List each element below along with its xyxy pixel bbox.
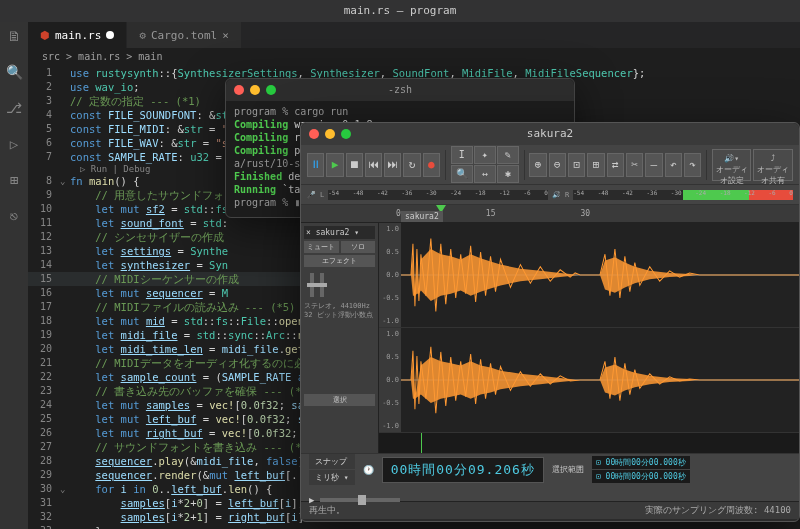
fold-gutter[interactable] bbox=[60, 66, 70, 80]
remote-icon[interactable]: ⎋ bbox=[5, 208, 23, 226]
tab-main-rs[interactable]: ⬢ main.rs bbox=[28, 22, 127, 48]
close-traffic-icon[interactable] bbox=[309, 129, 319, 139]
zoom-in-button[interactable]: ⊕ bbox=[529, 153, 546, 177]
play-speed-slider[interactable] bbox=[320, 498, 400, 502]
fold-gutter[interactable] bbox=[60, 150, 70, 164]
fold-gutter[interactable] bbox=[60, 216, 70, 230]
selection-start-display[interactable]: ⊡ 00時間00分00.000秒 bbox=[592, 456, 690, 469]
pan-slider[interactable] bbox=[320, 273, 324, 297]
code-content[interactable]: sequencer.render(&mut left_buf[..], &m bbox=[70, 468, 336, 482]
trim-button[interactable]: ✂ bbox=[626, 153, 643, 177]
skip-start-button[interactable]: ⏮ bbox=[365, 153, 382, 177]
code-content[interactable]: let mut right_buf = vec![0.0f32; sam bbox=[70, 426, 323, 440]
breadcrumb[interactable]: src > main.rs > main bbox=[0, 48, 800, 66]
code-content[interactable]: let synthesizer = Syn bbox=[70, 258, 228, 272]
pause-button[interactable]: ⏸ bbox=[307, 153, 324, 177]
gain-slider[interactable] bbox=[310, 273, 314, 297]
code-content[interactable]: } bbox=[70, 524, 102, 529]
fold-gutter[interactable] bbox=[60, 286, 70, 300]
record-button[interactable]: ● bbox=[423, 153, 440, 177]
code-content[interactable]: // シンセサイザーの作成 bbox=[70, 230, 224, 244]
fold-gutter[interactable] bbox=[60, 80, 70, 94]
code-content[interactable]: let mut samples = vec![0.0f32; samp bbox=[70, 398, 317, 412]
fold-gutter[interactable] bbox=[60, 314, 70, 328]
fold-gutter[interactable] bbox=[60, 412, 70, 426]
play-button[interactable]: ▶ bbox=[326, 153, 343, 177]
zoom-traffic-icon[interactable] bbox=[341, 129, 351, 139]
minimize-traffic-icon[interactable] bbox=[325, 129, 335, 139]
source-control-icon[interactable]: ⎇ bbox=[5, 100, 23, 118]
fold-gutter[interactable] bbox=[60, 426, 70, 440]
code-content[interactable]: // MIDIシーケンサーの作成 bbox=[70, 272, 239, 286]
minimize-traffic-icon[interactable] bbox=[250, 85, 260, 95]
audacity-window[interactable]: sakura2 ⏸ ▶ ⏹ ⏮ ⏭ ↻ ● I ✦ ✎ 🔍 ↔ ✱ ⊕ ⊖ ⊡ … bbox=[300, 122, 800, 522]
fold-gutter[interactable] bbox=[60, 202, 70, 216]
terminal-titlebar[interactable]: -zsh bbox=[226, 79, 574, 101]
fold-gutter[interactable] bbox=[60, 136, 70, 150]
code-content[interactable]: // 定数の指定 --- (*1) bbox=[70, 94, 201, 108]
fold-gutter[interactable] bbox=[60, 510, 70, 524]
code-content[interactable]: samples[i*2+0] = left_buf[i]; bbox=[70, 496, 304, 510]
code-content[interactable]: // 用意したサウンドフォン bbox=[70, 188, 235, 202]
speaker-icon[interactable]: 🔊 bbox=[552, 191, 561, 199]
snap-unit-dropdown[interactable]: ミリ秒 ▾ bbox=[309, 470, 355, 485]
fit-project-button[interactable]: ⊞ bbox=[587, 153, 604, 177]
extensions-icon[interactable]: ⊞ bbox=[5, 172, 23, 190]
fold-gutter[interactable] bbox=[60, 188, 70, 202]
fold-gutter[interactable] bbox=[60, 230, 70, 244]
code-content[interactable]: // MIDIファイルの読み込み --- (*5) bbox=[70, 300, 295, 314]
code-content[interactable]: let mut sequencer = M bbox=[70, 286, 228, 300]
clip-label[interactable]: sakura2 bbox=[401, 211, 443, 222]
fold-gutter[interactable] bbox=[60, 272, 70, 286]
code-content[interactable]: for i in 0..left_buf.len() { bbox=[70, 482, 272, 496]
multi-tool[interactable]: ✱ bbox=[497, 165, 519, 183]
fold-gutter[interactable] bbox=[60, 328, 70, 342]
code-content[interactable]: let mut sf2 = std::fs bbox=[70, 202, 228, 216]
mute-button[interactable]: ミュート bbox=[304, 241, 339, 253]
code-content[interactable]: // 書き込み先のバッファを確保 --- (*7) bbox=[70, 384, 314, 398]
audio-share-button[interactable]: ⤴ オーディオ共有 bbox=[753, 149, 793, 181]
code-content[interactable]: let mut left_buf = vec![0.0f32; samp bbox=[70, 412, 323, 426]
selection-tool[interactable]: I bbox=[451, 146, 473, 164]
track-name[interactable]: × sakura2 ▾ bbox=[304, 226, 375, 239]
zoom-tool[interactable]: 🔍 bbox=[451, 165, 473, 183]
code-content[interactable]: const FILE_MIDI: &str = " bbox=[70, 122, 228, 136]
fold-gutter[interactable] bbox=[60, 356, 70, 370]
fold-gutter[interactable] bbox=[60, 398, 70, 412]
fold-gutter[interactable] bbox=[60, 94, 70, 108]
fold-gutter[interactable] bbox=[60, 370, 70, 384]
loop-button[interactable]: ↻ bbox=[403, 153, 420, 177]
code-content[interactable]: let mut mid = std::fs::File::open(FILE bbox=[70, 314, 336, 328]
audacity-titlebar[interactable]: sakura2 bbox=[301, 123, 799, 145]
code-content[interactable]: sequencer.play(&midi_file, false); bbox=[70, 454, 310, 468]
solo-button[interactable]: ソロ bbox=[341, 241, 376, 253]
timeline-ruler[interactable]: 0 15 30 bbox=[301, 205, 799, 223]
zoom-out-button[interactable]: ⊖ bbox=[549, 153, 566, 177]
fit-selection-button[interactable]: ⊡ bbox=[568, 153, 585, 177]
select-track-button[interactable]: 選択 bbox=[304, 394, 375, 406]
undo-button[interactable]: ↶ bbox=[665, 153, 682, 177]
close-traffic-icon[interactable] bbox=[234, 85, 244, 95]
play-meter[interactable]: -54-48-42-36-30-24-18-12-60 bbox=[573, 190, 793, 200]
envelope-tool[interactable]: ✦ bbox=[474, 146, 496, 164]
stop-button[interactable]: ⏹ bbox=[346, 153, 363, 177]
code-content[interactable]: let sample_count = (SAMPLE_RATE as f64 bbox=[70, 370, 336, 384]
waveform-area[interactable]: sakura2 1.00.50.0-0.5-1.0 1.00.50.0-0.5-… bbox=[379, 223, 799, 453]
time-position-display[interactable]: 00時間00分09.206秒 bbox=[382, 457, 544, 483]
zoom-traffic-icon[interactable] bbox=[266, 85, 276, 95]
code-content[interactable]: let sound_font = std: bbox=[70, 216, 228, 230]
code-content[interactable]: let midi_file = std::sync::Arc::new(Mi bbox=[70, 328, 336, 342]
code-content[interactable]: const FILE_SOUNDFONT: &st bbox=[70, 108, 228, 122]
fold-gutter[interactable] bbox=[60, 258, 70, 272]
fold-gutter[interactable] bbox=[60, 454, 70, 468]
timeshift-tool[interactable]: ↔ bbox=[474, 165, 496, 183]
fold-gutter[interactable] bbox=[60, 108, 70, 122]
fold-gutter[interactable] bbox=[60, 122, 70, 136]
code-content[interactable]: const FILE_WAV: &str = "s bbox=[70, 136, 228, 150]
mic-icon[interactable]: 🎤 bbox=[307, 191, 316, 199]
close-icon[interactable]: × bbox=[222, 29, 229, 42]
effects-button[interactable]: エフェクト bbox=[304, 255, 375, 267]
fold-gutter[interactable] bbox=[60, 468, 70, 482]
draw-tool[interactable]: ✎ bbox=[497, 146, 519, 164]
code-content[interactable]: const SAMPLE_RATE: u32 = 4 bbox=[70, 150, 234, 164]
